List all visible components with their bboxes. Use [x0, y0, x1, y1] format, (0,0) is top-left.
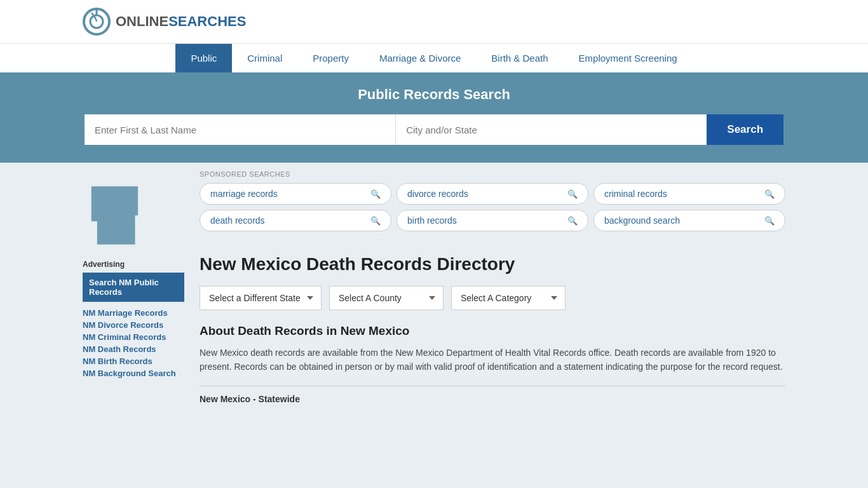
sidebar-link-criminal[interactable]: NM Criminal Records — [83, 332, 184, 342]
sidebar: Advertising Search NM Public Records NM … — [83, 163, 184, 404]
pill-marriage-records[interactable]: marriage records 🔍 — [200, 183, 391, 205]
location-input[interactable] — [396, 114, 707, 145]
section-divider — [200, 386, 785, 386]
county-dropdown[interactable]: Select A County Bernalillo Chaves Cibola — [329, 286, 444, 310]
name-input[interactable] — [85, 114, 396, 145]
search-button[interactable]: Search — [707, 114, 783, 145]
hero-section: Public Records Search Search — [0, 72, 868, 163]
logo-online-text: ONLINE — [116, 13, 168, 29]
sponsored-section: SPONSORED SEARCHES marriage records 🔍 di… — [200, 163, 785, 248]
pill-death-records[interactable]: death records 🔍 — [200, 210, 391, 231]
pill-criminal-records[interactable]: criminal records 🔍 — [593, 183, 785, 205]
search-bar: Search — [85, 114, 783, 145]
pill-marriage-label: marriage records — [210, 189, 278, 199]
right-content: SPONSORED SEARCHES marriage records 🔍 di… — [200, 163, 785, 404]
logo-icon — [83, 8, 111, 36]
pill-birth-label: birth records — [407, 215, 457, 226]
pill-divorce-label: divorce records — [407, 189, 468, 199]
nav-criminal[interactable]: Criminal — [232, 44, 297, 72]
about-text: New Mexico death records are available f… — [200, 346, 785, 374]
dropdowns-row: Select a Different State Alabama Alaska … — [200, 286, 785, 310]
pill-death-label: death records — [210, 215, 265, 226]
pill-background-search[interactable]: background search 🔍 — [593, 210, 785, 231]
logo[interactable]: ONLINESEARCHES — [83, 8, 246, 36]
directory-title: New Mexico Death Records Directory — [200, 254, 785, 274]
search-pills-grid: marriage records 🔍 divorce records 🔍 cri… — [200, 183, 785, 231]
nm-map-icon — [83, 180, 153, 250]
nav-public[interactable]: Public — [175, 44, 232, 72]
statewide-label: New Mexico - Statewide — [200, 394, 785, 404]
sponsored-label: SPONSORED SEARCHES — [200, 170, 785, 178]
search-icon-background: 🔍 — [764, 216, 775, 226]
pill-divorce-records[interactable]: divorce records 🔍 — [397, 183, 588, 205]
about-title: About Death Records in New Mexico — [200, 324, 785, 338]
nav-birth-death[interactable]: Birth & Death — [476, 44, 563, 72]
ad-box[interactable]: Search NM Public Records — [83, 273, 184, 302]
hero-title: Public Records Search — [83, 86, 785, 103]
nav-marriage-divorce[interactable]: Marriage & Divorce — [364, 44, 476, 72]
search-icon-birth: 🔍 — [567, 216, 578, 226]
sidebar-link-death[interactable]: NM Death Records — [83, 344, 184, 354]
pill-background-label: background search — [604, 215, 680, 226]
header: ONLINESEARCHES — [0, 0, 868, 43]
nav-property[interactable]: Property — [297, 44, 364, 72]
directory-section: New Mexico Death Records Directory Selec… — [200, 248, 785, 404]
svg-marker-3 — [92, 186, 138, 245]
main-nav: Public Criminal Property Marriage & Divo… — [0, 43, 868, 72]
sidebar-link-background[interactable]: NM Background Search — [83, 369, 184, 378]
sidebar-link-divorce[interactable]: NM Divorce Records — [83, 320, 184, 330]
category-dropdown[interactable]: Select A Category Death Certificates Obi… — [451, 286, 566, 310]
main-content: Advertising Search NM Public Records NM … — [0, 163, 868, 404]
nav-employment-screening[interactable]: Employment Screening — [564, 44, 693, 72]
search-icon-criminal: 🔍 — [764, 189, 775, 199]
logo-searches-text: SEARCHES — [168, 13, 246, 29]
sidebar-link-birth[interactable]: NM Birth Records — [83, 356, 184, 366]
state-map — [83, 180, 184, 252]
advertising-label: Advertising — [83, 260, 184, 269]
pill-criminal-label: criminal records — [604, 189, 667, 199]
state-dropdown[interactable]: Select a Different State Alabama Alaska … — [200, 286, 322, 310]
search-icon-death: 🔍 — [370, 216, 381, 226]
search-icon-divorce: 🔍 — [567, 189, 578, 199]
sidebar-link-marriage[interactable]: NM Marriage Records — [83, 308, 184, 318]
pill-birth-records[interactable]: birth records 🔍 — [397, 210, 588, 231]
search-icon-marriage: 🔍 — [370, 189, 381, 199]
